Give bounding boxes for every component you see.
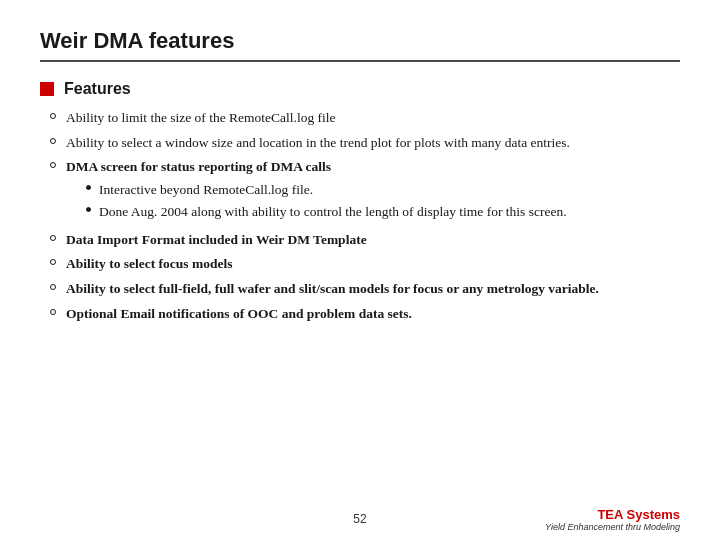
list-item: Ability to select a window size and loca… (50, 133, 680, 153)
tea-logo: TEA Systems Yield Enhancement thru Model… (545, 507, 680, 532)
tea-subtitle-text: Yield Enhancement thru Modeling (545, 522, 680, 532)
features-label: Features (64, 80, 131, 98)
list-item: Done Aug. 2004 along with ability to con… (86, 202, 567, 222)
list-item: Data Import Format included in Weir DM T… (50, 230, 680, 250)
bullet-text: Ability to select a window size and loca… (66, 133, 570, 153)
red-square-icon (40, 82, 54, 96)
title-section: Weir DMA features (40, 28, 680, 62)
sub-bullet-dot-icon (86, 185, 91, 190)
list-item: Ability to select full-field, full wafer… (50, 279, 680, 299)
sub-bullet-list: Interactive beyond RemoteCall.log file. … (66, 180, 567, 222)
sub-bullet-text: Interactive beyond RemoteCall.log file. (99, 180, 313, 200)
list-item: Interactive beyond RemoteCall.log file. (86, 180, 567, 200)
page-number: 52 (353, 512, 366, 526)
bullet-text: Ability to limit the size of the RemoteC… (66, 108, 336, 128)
bullet-text: Ability to select focus models (66, 254, 232, 274)
bullet-dot-icon (50, 259, 56, 265)
features-header: Features (40, 80, 680, 98)
bullet-text: Ability to select full-field, full wafer… (66, 279, 599, 299)
bullet-text: DMA screen for status reporting of DMA c… (66, 159, 331, 174)
bullet-dot-icon (50, 162, 56, 168)
main-bullet-list: Ability to limit the size of the RemoteC… (50, 108, 680, 323)
bullet-dot-icon (50, 309, 56, 315)
bullet-text: Data Import Format included in Weir DM T… (66, 230, 367, 250)
bullet-text: Optional Email notifications of OOC and … (66, 304, 412, 324)
slide-title: Weir DMA features (40, 28, 234, 53)
list-item: Ability to limit the size of the RemoteC… (50, 108, 680, 128)
content-area: Ability to limit the size of the RemoteC… (40, 108, 680, 323)
list-item: DMA screen for status reporting of DMA c… (50, 157, 680, 225)
list-item: Optional Email notifications of OOC and … (50, 304, 680, 324)
sub-bullet-dot-icon (86, 207, 91, 212)
bullet-dot-icon (50, 235, 56, 241)
bullet-dot-icon (50, 284, 56, 290)
tea-title-text: TEA Systems (545, 507, 680, 522)
slide: Weir DMA features Features Ability to li… (0, 0, 720, 540)
list-item: Ability to select focus models (50, 254, 680, 274)
sub-bullet-text: Done Aug. 2004 along with ability to con… (99, 202, 567, 222)
bullet-dot-icon (50, 138, 56, 144)
bullet-dot-icon (50, 113, 56, 119)
